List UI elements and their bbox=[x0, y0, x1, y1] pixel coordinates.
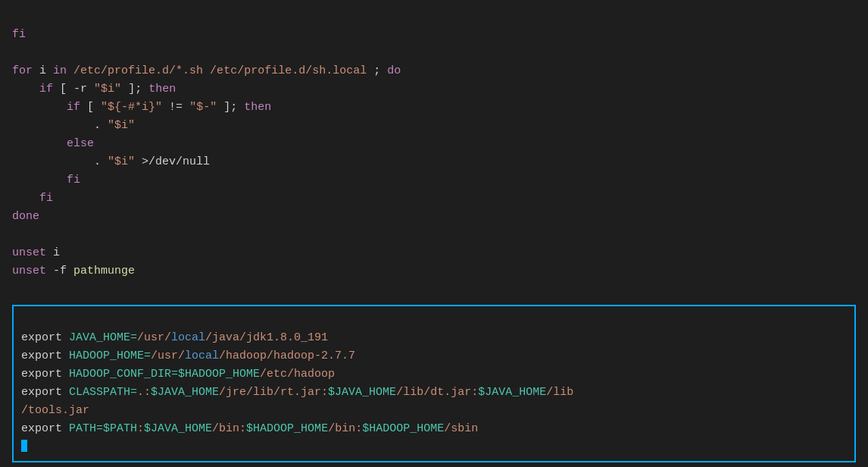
keyword-fi-top: fi bbox=[12, 28, 26, 41]
highlighted-export-section: export JAVA_HOME=/usr/local/java/jdk1.8.… bbox=[12, 305, 856, 462]
cursor-blink bbox=[21, 440, 27, 452]
keyword-for: for bbox=[12, 64, 33, 77]
code-viewer: fi for i in /etc/profile.d/*.sh /etc/pro… bbox=[12, 8, 856, 299]
